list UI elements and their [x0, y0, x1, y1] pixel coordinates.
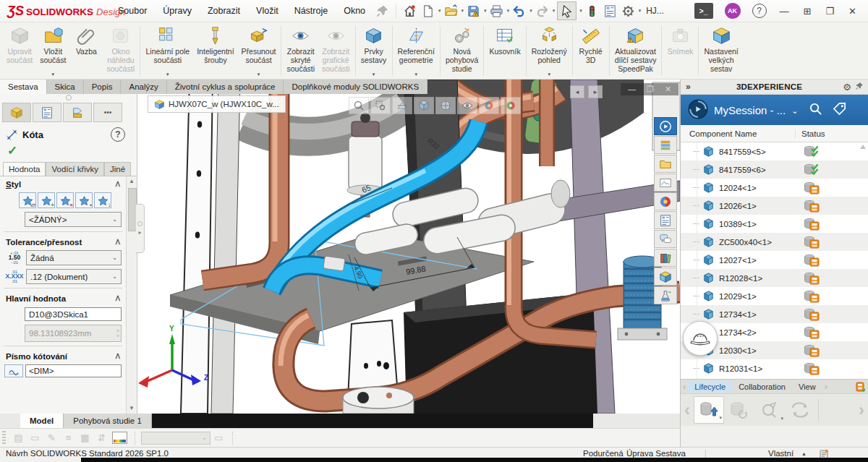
3dexperience-compass-icon[interactable] [688, 99, 708, 121]
zoom-area-icon[interactable] [370, 97, 391, 114]
chevron-down-icon[interactable]: ▾ [579, 8, 582, 14]
ribbon-exploded-view[interactable]: Rozloženýpohled▾ [528, 23, 571, 79]
pushpin-icon[interactable] [375, 2, 390, 20]
search-icon[interactable] [804, 102, 827, 118]
tools-chevron-right-icon[interactable]: › [859, 400, 864, 420]
dimension-text-section-header[interactable]: Písmo kótování ᐱ [0, 348, 126, 363]
menu-úpravy[interactable]: Úpravy [155, 6, 200, 16]
component-row[interactable]: 12027<1> [681, 251, 868, 269]
tabs-chevron-right-icon[interactable]: › [825, 381, 827, 392]
component-name[interactable]: 12030<1> [719, 346, 786, 355]
menu-soubor[interactable]: Soubor [110, 6, 155, 16]
ribbon-show-hidden-components[interactable]: Zobrazitskrytésoučásti [283, 23, 318, 79]
ribbon-smart-fasteners[interactable]: Inteligentníšrouby [193, 23, 237, 79]
toolbar-grip[interactable] [2, 431, 6, 445]
save-style-button[interactable]: ▪ [75, 192, 93, 208]
ok-checkmark-button[interactable]: ✓ [0, 143, 137, 161]
scene-icon[interactable] [501, 97, 521, 114]
panel-flyout-handle[interactable]: ▸ [136, 204, 145, 253]
tolerance-fit-dropdown[interactable]: Žádná ⌄ [26, 250, 122, 265]
chevron-down-icon[interactable]: ▾ [484, 8, 487, 14]
ribbon-reference-geometry[interactable]: Referenčnígeometrie▾ [394, 23, 438, 79]
component-row[interactable]: 8417559<5> [681, 142, 868, 161]
session-name[interactable]: MySession - ... [714, 104, 786, 116]
restore-button[interactable]: ❐ [825, 6, 834, 17]
cmd-tab--ivotn-cyklus-a-spolupr-ce[interactable]: Životní cyklus a spolupráce [167, 80, 284, 94]
layer-dropdown[interactable]: ⌄ [141, 432, 210, 445]
primary-value-section-header[interactable]: Hlavní hodnota ᐱ [0, 291, 126, 305]
pm-help-icon[interactable]: ? [111, 127, 125, 142]
rebuild-icon[interactable] [584, 2, 600, 20]
edit-appearance-icon[interactable] [479, 97, 499, 114]
tab-toolbox[interactable] [654, 268, 677, 286]
ribbon-bill-of-materials[interactable]: Kusovník [485, 23, 524, 79]
layer-properties-icon[interactable] [112, 432, 127, 444]
tab-3dexperience[interactable] [654, 117, 677, 135]
component-row[interactable]: 12026<1> [681, 197, 868, 215]
pm-tab-jin-[interactable]: Jiné [104, 162, 131, 176]
sheet-tool-icon[interactable]: ▭ [27, 431, 43, 445]
component-name[interactable]: ZC500x40<1> [719, 238, 786, 247]
tab-view-palette[interactable] [654, 174, 677, 192]
component-name[interactable]: R12031<1> [719, 364, 786, 373]
collapse-dimtext-icon[interactable]: ᐱ [116, 353, 120, 360]
tab-file-explorer[interactable] [654, 155, 677, 173]
document-tab[interactable]: HJWX07C_w (HJWX10C_w... [148, 95, 286, 113]
component-name[interactable]: 8417559<5> [719, 147, 786, 156]
section-view-icon[interactable] [392, 97, 412, 114]
doc-close-button[interactable]: ✕ [665, 85, 671, 94]
dimension-value-spinner[interactable]: 98.13108923mm ˄˅ [25, 325, 122, 342]
cmd-tab-anal-zy[interactable]: Analýzy [121, 80, 166, 94]
lines-tool-icon[interactable]: ≡ [61, 431, 76, 445]
options-icon[interactable] [621, 2, 636, 20]
chevron-down-icon[interactable]: ▾ [548, 72, 550, 78]
ribbon-mate[interactable]: Vazba [69, 23, 103, 79]
ribbon-assembly-features[interactable]: Prvkysestavy▾ [357, 23, 391, 79]
3d-model-scene[interactable]: 99.88 R32 65 4.90 Y X Z [137, 80, 680, 414]
tab-forum[interactable] [654, 230, 677, 248]
document-short-name[interactable]: HJ... [646, 6, 664, 16]
component-row[interactable]: 8417559<6> [681, 161, 868, 179]
redo-icon[interactable] [535, 2, 550, 20]
annotation-tool-icon[interactable]: ▤ [11, 431, 26, 445]
layer-sheet-icon[interactable]: ▭ [211, 431, 226, 445]
tab-appearances[interactable] [654, 192, 677, 210]
tab-design-library[interactable] [654, 136, 677, 154]
chevron-down-icon[interactable]: ▾ [52, 72, 55, 78]
ribbon-new-motion-study[interactable]: Novápohybovástudie [442, 23, 482, 79]
dimension-tool-icon[interactable]: ⇵ [94, 431, 109, 445]
close-button[interactable]: ✕ [848, 6, 856, 17]
expand-panel-icon[interactable]: » [686, 82, 691, 92]
ribbon-large-assembly-settings[interactable]: Nastavenívelkýchsestav [700, 23, 741, 79]
chevron-down-icon[interactable]: ▾ [507, 8, 510, 14]
ribbon-linear-component-pattern[interactable]: Lineární polesoučásti▾ [142, 23, 193, 79]
collapse-style-icon[interactable]: ᐱ [116, 181, 120, 188]
component-row[interactable]: 12734<1> [681, 305, 868, 323]
scroll-up-hint-icon[interactable] [860, 145, 866, 149]
chevron-down-icon[interactable]: ▾ [414, 72, 417, 78]
open-icon[interactable] [443, 2, 459, 20]
tab-model[interactable]: Model [20, 414, 64, 428]
load-style-button[interactable]: ↓ [94, 192, 111, 208]
menu-zobrazit[interactable]: Zobrazit [200, 6, 248, 16]
save-to-3dexperience-button[interactable]: ▾ [694, 396, 724, 424]
precision-dropdown[interactable]: .12 (Dokument) ⌄ [26, 269, 122, 284]
pm-tab-hodnota[interactable]: Hodnota [3, 162, 46, 176]
chevron-down-icon[interactable]: ▾ [258, 72, 260, 78]
tab-custom-properties[interactable] [654, 211, 677, 229]
config-arrow-icon[interactable]: ▲ [801, 451, 807, 456]
tab-property-manager[interactable] [33, 103, 61, 122]
minimize-button[interactable]: — [780, 6, 789, 17]
explore-button[interactable]: ▾ [754, 396, 785, 424]
chevron-down-icon[interactable]: ▾ [639, 8, 642, 14]
bottom-cylinder[interactable] [343, 387, 414, 414]
style-dropdown[interactable]: <ŽÁDNÝ> ⌄ [25, 212, 122, 227]
dimension-text-field[interactable]: <DIM> [25, 364, 122, 377]
print-icon[interactable] [489, 2, 504, 20]
dimension-name-field[interactable]: D10@3DSkica1 [25, 307, 122, 321]
panel-splitter[interactable] [0, 94, 137, 100]
refresh-from-db-button[interactable] [724, 396, 754, 424]
panel-gear-icon[interactable]: ⚙ [843, 82, 851, 93]
resize-button[interactable]: ⊞ [804, 6, 812, 17]
component-name[interactable]: R12028<1> [719, 274, 786, 283]
